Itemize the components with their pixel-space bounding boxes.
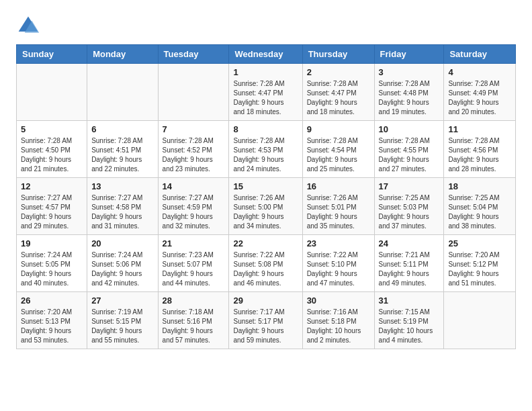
calendar: SundayMondayTuesdayWednesdayThursdayFrid…	[16, 44, 516, 349]
day-number: 28	[163, 295, 225, 306]
cell-content: Sunrise: 7:27 AM Sunset: 4:57 PM Dayligh…	[21, 193, 83, 231]
cell-content: Sunrise: 7:26 AM Sunset: 5:00 PM Dayligh…	[233, 193, 298, 231]
cell-content: Sunrise: 7:28 AM Sunset: 4:50 PM Dayligh…	[21, 136, 83, 174]
cell-content: Sunrise: 7:21 AM Sunset: 5:11 PM Dayligh…	[379, 250, 440, 288]
calendar-cell	[87, 64, 158, 121]
calendar-cell: 24Sunrise: 7:21 AM Sunset: 5:11 PM Dayli…	[374, 235, 444, 292]
calendar-cell: 4Sunrise: 7:28 AM Sunset: 4:49 PM Daylig…	[444, 64, 516, 121]
cell-content: Sunrise: 7:15 AM Sunset: 5:19 PM Dayligh…	[379, 308, 440, 345]
calendar-cell: 21Sunrise: 7:23 AM Sunset: 5:07 PM Dayli…	[158, 235, 229, 292]
cell-content: Sunrise: 7:19 AM Sunset: 5:15 PM Dayligh…	[91, 308, 153, 345]
calendar-cell: 20Sunrise: 7:24 AM Sunset: 5:06 PM Dayli…	[87, 235, 158, 292]
logo-icon	[16, 13, 40, 38]
cell-content: Sunrise: 7:27 AM Sunset: 4:58 PM Dayligh…	[91, 193, 153, 231]
logo	[16, 13, 44, 38]
day-number: 8	[233, 124, 298, 134]
cell-content: Sunrise: 7:28 AM Sunset: 4:56 PM Dayligh…	[448, 136, 511, 174]
day-number: 4	[448, 67, 511, 77]
cell-content: Sunrise: 7:16 AM Sunset: 5:18 PM Dayligh…	[307, 308, 370, 345]
day-number: 26	[21, 295, 83, 306]
day-number: 29	[233, 295, 298, 306]
cell-content: Sunrise: 7:28 AM Sunset: 4:47 PM Dayligh…	[307, 79, 370, 117]
calendar-cell: 16Sunrise: 7:26 AM Sunset: 5:01 PM Dayli…	[302, 178, 374, 235]
day-number: 24	[379, 238, 440, 248]
weekday-header: Thursday	[302, 45, 374, 64]
calendar-cell	[158, 64, 229, 121]
cell-content: Sunrise: 7:28 AM Sunset: 4:47 PM Dayligh…	[233, 79, 298, 117]
calendar-cell: 11Sunrise: 7:28 AM Sunset: 4:56 PM Dayli…	[444, 121, 516, 178]
calendar-cell: 27Sunrise: 7:19 AM Sunset: 5:15 PM Dayli…	[87, 292, 158, 349]
day-number: 22	[233, 238, 298, 248]
calendar-week-row: 5Sunrise: 7:28 AM Sunset: 4:50 PM Daylig…	[17, 121, 516, 178]
calendar-cell: 7Sunrise: 7:28 AM Sunset: 4:52 PM Daylig…	[158, 121, 229, 178]
weekday-header: Sunday	[17, 45, 87, 64]
calendar-cell: 25Sunrise: 7:20 AM Sunset: 5:12 PM Dayli…	[444, 235, 516, 292]
calendar-cell: 17Sunrise: 7:25 AM Sunset: 5:03 PM Dayli…	[374, 178, 444, 235]
day-number: 27	[91, 295, 153, 306]
cell-content: Sunrise: 7:20 AM Sunset: 5:12 PM Dayligh…	[448, 250, 511, 288]
weekday-header: Monday	[87, 45, 158, 64]
cell-content: Sunrise: 7:23 AM Sunset: 5:07 PM Dayligh…	[163, 250, 225, 288]
day-number: 17	[379, 181, 440, 191]
day-number: 10	[379, 124, 440, 134]
day-number: 16	[307, 181, 370, 191]
cell-content: Sunrise: 7:22 AM Sunset: 5:08 PM Dayligh…	[233, 250, 298, 288]
calendar-cell: 15Sunrise: 7:26 AM Sunset: 5:00 PM Dayli…	[229, 178, 302, 235]
calendar-cell: 31Sunrise: 7:15 AM Sunset: 5:19 PM Dayli…	[374, 292, 444, 349]
calendar-week-row: 12Sunrise: 7:27 AM Sunset: 4:57 PM Dayli…	[17, 178, 516, 235]
calendar-cell: 13Sunrise: 7:27 AM Sunset: 4:58 PM Dayli…	[87, 178, 158, 235]
day-number: 23	[307, 238, 370, 248]
cell-content: Sunrise: 7:24 AM Sunset: 5:06 PM Dayligh…	[91, 250, 153, 288]
calendar-cell: 26Sunrise: 7:20 AM Sunset: 5:13 PM Dayli…	[17, 292, 87, 349]
day-number: 21	[163, 238, 225, 248]
cell-content: Sunrise: 7:28 AM Sunset: 4:48 PM Dayligh…	[379, 79, 440, 117]
cell-content: Sunrise: 7:25 AM Sunset: 5:04 PM Dayligh…	[448, 193, 511, 231]
calendar-cell: 22Sunrise: 7:22 AM Sunset: 5:08 PM Dayli…	[229, 235, 302, 292]
calendar-cell: 12Sunrise: 7:27 AM Sunset: 4:57 PM Dayli…	[17, 178, 87, 235]
weekday-header: Saturday	[444, 45, 516, 64]
weekday-header: Tuesday	[158, 45, 229, 64]
calendar-cell: 30Sunrise: 7:16 AM Sunset: 5:18 PM Dayli…	[302, 292, 374, 349]
cell-content: Sunrise: 7:28 AM Sunset: 4:54 PM Dayligh…	[307, 136, 370, 174]
weekday-header: Wednesday	[229, 45, 302, 64]
day-number: 5	[21, 124, 83, 134]
calendar-cell: 9Sunrise: 7:28 AM Sunset: 4:54 PM Daylig…	[302, 121, 374, 178]
calendar-cell: 1Sunrise: 7:28 AM Sunset: 4:47 PM Daylig…	[229, 64, 302, 121]
day-number: 14	[163, 181, 225, 191]
calendar-week-row: 1Sunrise: 7:28 AM Sunset: 4:47 PM Daylig…	[17, 64, 516, 121]
calendar-cell	[17, 64, 87, 121]
cell-content: Sunrise: 7:26 AM Sunset: 5:01 PM Dayligh…	[307, 193, 370, 231]
cell-content: Sunrise: 7:28 AM Sunset: 4:52 PM Dayligh…	[163, 136, 225, 174]
cell-content: Sunrise: 7:28 AM Sunset: 4:51 PM Dayligh…	[91, 136, 153, 174]
calendar-cell: 18Sunrise: 7:25 AM Sunset: 5:04 PM Dayli…	[444, 178, 516, 235]
cell-content: Sunrise: 7:17 AM Sunset: 5:17 PM Dayligh…	[233, 308, 298, 345]
cell-content: Sunrise: 7:22 AM Sunset: 5:10 PM Dayligh…	[307, 250, 370, 288]
calendar-cell: 29Sunrise: 7:17 AM Sunset: 5:17 PM Dayli…	[229, 292, 302, 349]
day-number: 2	[307, 67, 370, 77]
day-number: 6	[91, 124, 153, 134]
cell-content: Sunrise: 7:24 AM Sunset: 5:05 PM Dayligh…	[21, 250, 83, 288]
weekday-header-row: SundayMondayTuesdayWednesdayThursdayFrid…	[17, 45, 516, 64]
day-number: 15	[233, 181, 298, 191]
day-number: 3	[379, 67, 440, 77]
header	[16, 13, 516, 38]
day-number: 31	[379, 295, 440, 306]
cell-content: Sunrise: 7:28 AM Sunset: 4:53 PM Dayligh…	[233, 136, 298, 174]
calendar-cell: 3Sunrise: 7:28 AM Sunset: 4:48 PM Daylig…	[374, 64, 444, 121]
calendar-week-row: 19Sunrise: 7:24 AM Sunset: 5:05 PM Dayli…	[17, 235, 516, 292]
day-number: 19	[21, 238, 83, 248]
calendar-cell: 28Sunrise: 7:18 AM Sunset: 5:16 PM Dayli…	[158, 292, 229, 349]
day-number: 1	[233, 67, 298, 77]
cell-content: Sunrise: 7:28 AM Sunset: 4:55 PM Dayligh…	[379, 136, 440, 174]
day-number: 11	[448, 124, 511, 134]
calendar-cell: 23Sunrise: 7:22 AM Sunset: 5:10 PM Dayli…	[302, 235, 374, 292]
calendar-cell	[444, 292, 516, 349]
day-number: 9	[307, 124, 370, 134]
calendar-cell: 6Sunrise: 7:28 AM Sunset: 4:51 PM Daylig…	[87, 121, 158, 178]
day-number: 30	[307, 295, 370, 306]
day-number: 25	[448, 238, 511, 248]
calendar-week-row: 26Sunrise: 7:20 AM Sunset: 5:13 PM Dayli…	[17, 292, 516, 349]
cell-content: Sunrise: 7:27 AM Sunset: 4:59 PM Dayligh…	[163, 193, 225, 231]
cell-content: Sunrise: 7:28 AM Sunset: 4:49 PM Dayligh…	[448, 79, 511, 117]
day-number: 20	[91, 238, 153, 248]
